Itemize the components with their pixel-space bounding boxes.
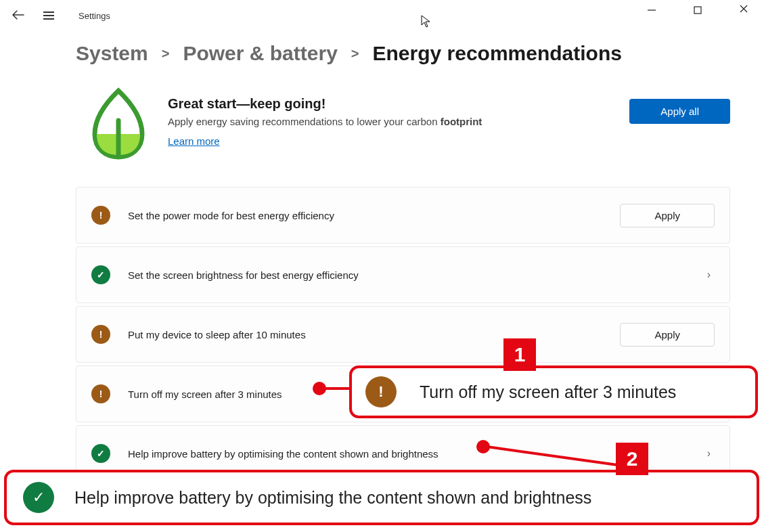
annotation-text: Turn off my screen after 3 minutes — [420, 382, 676, 402]
back-icon[interactable] — [12, 9, 24, 23]
hero-text: Great start—keep going! Apply energy sav… — [168, 87, 610, 148]
warning-icon: ! — [91, 206, 110, 225]
app-title: Settings — [78, 11, 110, 21]
breadcrumb-system[interactable]: System — [76, 42, 148, 65]
window-controls — [638, 3, 757, 17]
leaf-icon — [88, 87, 149, 164]
maximize-button[interactable] — [684, 6, 711, 14]
svg-rect-1 — [694, 7, 701, 14]
apply-button[interactable]: Apply — [620, 323, 715, 347]
hero-subtitle-prefix: Apply energy saving recommendations to l… — [168, 116, 441, 127]
annotation-text: Help improve battery by optimising the c… — [74, 488, 591, 508]
hamburger-icon[interactable] — [43, 12, 54, 20]
chevron-right-icon: > — [162, 46, 170, 62]
check-icon: ✓ — [23, 482, 54, 513]
learn-more-link[interactable]: Learn more — [168, 135, 220, 147]
breadcrumb-power-battery[interactable]: Power & battery — [183, 42, 337, 65]
recommendation-label: Set the screen brightness for best energ… — [128, 269, 707, 281]
chevron-right-icon: › — [707, 447, 715, 460]
annotation-number-badge: 1 — [503, 338, 536, 371]
annotation-dot — [313, 382, 326, 395]
hero-subtitle: Apply energy saving recommendations to l… — [168, 116, 610, 127]
annotation-callout-2: 2 ✓ Help improve battery by optimising t… — [4, 470, 759, 525]
hero-section: Great start—keep going! Apply energy sav… — [0, 80, 764, 187]
breadcrumb: System > Power & battery > Energy recomm… — [0, 31, 764, 80]
close-button[interactable] — [730, 3, 757, 17]
recommendation-label: Put my device to sleep after 10 minutes — [128, 329, 620, 340]
hero-subtitle-bold: footprint — [441, 116, 482, 127]
breadcrumb-energy-recommendations: Energy recommendations — [373, 42, 622, 65]
recommendation-row[interactable]: ✓ Set the screen brightness for best ene… — [76, 246, 730, 303]
titlebar-left: Settings — [12, 9, 110, 23]
annotation-number-badge: 2 — [616, 443, 648, 475]
annotation-line — [325, 387, 352, 390]
check-icon: ✓ — [91, 444, 110, 463]
minimize-button[interactable] — [638, 5, 665, 15]
hero-title: Great start—keep going! — [168, 96, 610, 112]
chevron-right-icon: > — [351, 46, 359, 62]
warning-icon: ! — [91, 325, 110, 344]
recommendation-row[interactable]: ! Put my device to sleep after 10 minute… — [76, 306, 730, 363]
warning-icon: ! — [365, 376, 397, 407]
recommendation-label: Set the power mode for best energy effic… — [128, 210, 620, 221]
apply-button[interactable]: Apply — [620, 204, 715, 227]
recommendation-row[interactable]: ! Set the power mode for best energy eff… — [76, 187, 730, 244]
check-icon: ✓ — [91, 265, 110, 284]
apply-all-button[interactable]: Apply all — [629, 99, 730, 124]
titlebar: Settings — [0, 0, 764, 31]
annotation-dot — [476, 440, 490, 453]
recommendation-list: ! Set the power mode for best energy eff… — [0, 187, 764, 482]
cursor-icon — [421, 15, 432, 31]
annotation-callout-1: 1 ! Turn off my screen after 3 minutes — [349, 365, 758, 418]
chevron-right-icon: › — [707, 269, 715, 281]
warning-icon: ! — [91, 384, 110, 403]
